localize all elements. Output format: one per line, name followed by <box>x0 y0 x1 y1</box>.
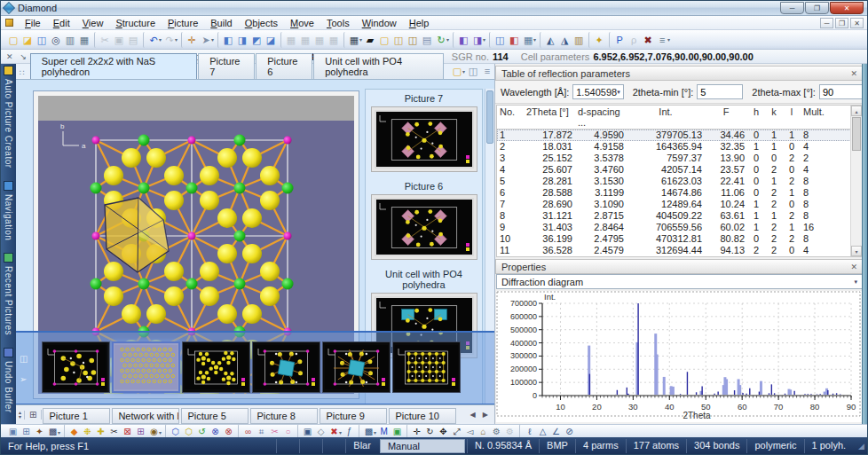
filmstrip-thumbnail[interactable] <box>392 341 461 393</box>
toolbar-icon[interactable]: ◮▾ <box>557 32 572 48</box>
sidebar-tab[interactable]: Navigation <box>4 181 13 240</box>
title-bar[interactable]: Diamond ─ ❐ ✕ <box>1 1 867 16</box>
toolbar-icon[interactable]: ◎▾ <box>49 32 63 48</box>
table-row[interactable]: 9 31.403 2.8464 706559.56 60.02 1 2 1 16 <box>497 222 862 233</box>
toolbar-icon[interactable]: ▦▾ <box>298 32 312 48</box>
reflection-panel-close-icon[interactable]: ✕ <box>850 69 857 78</box>
tab-grid-icon[interactable]: ⊞ <box>25 410 42 420</box>
dropdown-arrow-icon[interactable]: ▾ <box>211 36 214 43</box>
document-tab[interactable]: Picture 6 <box>256 53 312 79</box>
toolbar-icon[interactable]: ◪▾ <box>264 32 278 48</box>
table-row[interactable]: 3 25.152 3.5378 7597.37 13.90 0 0 2 2 <box>497 153 862 164</box>
dropdown-arrow-icon[interactable]: ▾ <box>446 36 449 43</box>
toolbar-icon[interactable]: ↷▾ <box>162 32 178 48</box>
toolbar-icon[interactable]: ▦▾ <box>521 32 537 48</box>
toolbar-icon[interactable]: ◧▾ <box>217 32 235 48</box>
menu-item[interactable]: Move <box>284 17 320 29</box>
toolbar-icon[interactable]: ◨▾ <box>470 32 486 48</box>
toolbar-icon[interactable]: ◭▾ <box>540 32 557 48</box>
close-button[interactable]: ✕ <box>830 2 864 14</box>
menu-item[interactable]: Structure <box>109 17 162 29</box>
toolbar-icon[interactable]: ▦▾ <box>312 32 327 48</box>
dropdown-arrow-icon[interactable]: ▾ <box>667 36 670 43</box>
toolbar-icon[interactable]: ◩▾ <box>249 32 264 48</box>
close-structure-icon[interactable]: ✕ <box>3 52 17 61</box>
picture-tab[interactable]: Network with broken... <box>112 408 179 424</box>
table-row[interactable]: 8 31.121 2.8715 404509.22 63.61 1 1 2 8 <box>497 210 862 222</box>
sidebar-tab[interactable]: Recent Pictures <box>4 253 13 335</box>
filmstrip-thumbnail[interactable] <box>252 341 320 393</box>
toolbar-icon[interactable]: ▤▾ <box>126 32 140 48</box>
tabs-scroll-left-icon[interactable]: ◀ <box>467 411 477 419</box>
toolbar-icon[interactable]: ◫▾ <box>391 32 406 48</box>
tab-spinner[interactable]: ▴▾ <box>16 411 25 420</box>
theta-min-input[interactable] <box>697 84 743 99</box>
toolbar-icon[interactable]: ✛▾ <box>181 32 199 48</box>
preview-label[interactable]: Picture 7 <box>367 93 480 104</box>
tab-tool-icon[interactable]: ▢▾ <box>450 63 466 79</box>
table-row[interactable]: 4 25.607 3.4760 42057.14 23.57 0 2 0 4 <box>497 164 862 176</box>
toolbar-icon[interactable]: ▥▾ <box>572 32 586 48</box>
toolbar-icon[interactable]: ↻▾ <box>434 32 450 48</box>
resize-grip-icon[interactable]: ◢ <box>853 442 867 451</box>
theta-max-input[interactable] <box>819 84 865 99</box>
menu-item[interactable]: Picture <box>162 17 204 29</box>
mdi-restore-icon[interactable]: ❐ <box>835 18 848 28</box>
filmstrip-thumbnail[interactable] <box>182 341 250 393</box>
toolbar-icon[interactable]: ▢▾ <box>6 32 20 48</box>
toolbar-icon[interactable]: ▦▾ <box>77 32 91 48</box>
document-tab[interactable]: Picture 7 <box>198 53 255 79</box>
wavelength-combo[interactable]: 1.540598▾ <box>572 84 623 99</box>
toolbar-icon[interactable]: ✦▾ <box>588 32 606 48</box>
dropdown-arrow-icon[interactable]: ▾ <box>374 429 376 435</box>
preview-thumbnail[interactable] <box>371 106 477 172</box>
toolbar-icon[interactable]: ◨▾ <box>235 32 249 48</box>
picture-tab[interactable]: Picture 8 <box>250 408 318 424</box>
toolbar-icon[interactable]: ➤▾ <box>199 32 215 48</box>
menu-item[interactable]: View <box>76 17 110 29</box>
tabs-scroll-right-icon[interactable]: ▶ <box>480 411 491 419</box>
mdi-close-icon[interactable]: ✕ <box>850 18 864 28</box>
restore-button[interactable]: ❐ <box>805 2 829 14</box>
sidebar-tab[interactable]: Auto Picture Creator <box>4 66 13 169</box>
panel-resize-edge[interactable] <box>862 64 867 424</box>
table-row[interactable]: 11 36.528 2.4579 312694.44 94.13 2 2 0 4 <box>497 245 862 256</box>
document-icon[interactable] <box>5 19 13 27</box>
selector-arrow-icon[interactable]: ▾ <box>854 278 857 286</box>
document-tab[interactable]: Super cell 2x2x2 with NaS polyhedron <box>30 53 198 79</box>
menu-item[interactable]: Edit <box>47 17 76 29</box>
combo-arrow-icon[interactable]: ▾ <box>617 89 620 96</box>
properties-selector[interactable]: Diffraction diagram ▾ <box>496 274 863 289</box>
toolbar-icon[interactable]: ◫▾ <box>406 32 420 48</box>
toolbar-icon[interactable]: ◫▾ <box>35 32 49 48</box>
toolbar-icon[interactable]: ↶▾ <box>143 32 162 48</box>
reflection-panel-header[interactable]: Table of reflection parameters ✕ <box>495 66 864 81</box>
filmstrip-thumbnail[interactable] <box>322 341 391 393</box>
tab-tool-icon[interactable]: ≡▾ <box>480 63 494 79</box>
picture-tab[interactable]: Picture 1 <box>43 408 110 424</box>
toolbar-icon[interactable]: ✂▾ <box>94 32 112 48</box>
toolbar-icon[interactable]: ◧▾ <box>507 32 521 48</box>
toolbar-icon[interactable]: ≡▾ <box>655 32 671 48</box>
scrollbar-thumb[interactable] <box>486 90 493 144</box>
filmstrip-thumbnail[interactable] <box>112 341 180 393</box>
picture-tab[interactable]: Picture 5 <box>181 408 249 424</box>
preview-label[interactable]: Picture 6 <box>367 181 480 192</box>
toolbar-icon[interactable]: ◫▾ <box>489 32 507 48</box>
toolbar-icon[interactable]: ▰▾ <box>363 32 377 48</box>
menu-item[interactable]: Build <box>204 17 238 29</box>
preview-label[interactable]: Unit cell with PO4 polyhedra <box>367 269 480 290</box>
toolbar-icon[interactable]: ▥▾ <box>63 32 77 48</box>
table-row[interactable]: 6 28.588 3.1199 14674.86 11.06 0 2 1 8 <box>497 187 862 199</box>
dropdown-arrow-icon[interactable]: ▾ <box>483 36 485 43</box>
dropdown-arrow-icon[interactable]: ▾ <box>533 36 536 43</box>
table-scrollbar[interactable]: ▴ ▾ <box>850 106 862 256</box>
table-row[interactable]: 7 28.690 3.1090 12489.64 10.24 1 2 0 8 <box>497 199 862 210</box>
diffraction-chart[interactable]: 0100000200000300000400000500000600000700… <box>496 291 863 422</box>
filmstrip-pin-icon[interactable]: ➢ <box>20 374 28 384</box>
filmstrip-view-icon[interactable]: ◫ <box>20 354 28 364</box>
goto-structure-icon[interactable]: ↘ <box>17 52 31 61</box>
menu-item[interactable]: File <box>19 17 47 29</box>
menu-item[interactable]: Objects <box>239 17 284 29</box>
properties-panel-close-icon[interactable]: ✕ <box>850 263 857 271</box>
